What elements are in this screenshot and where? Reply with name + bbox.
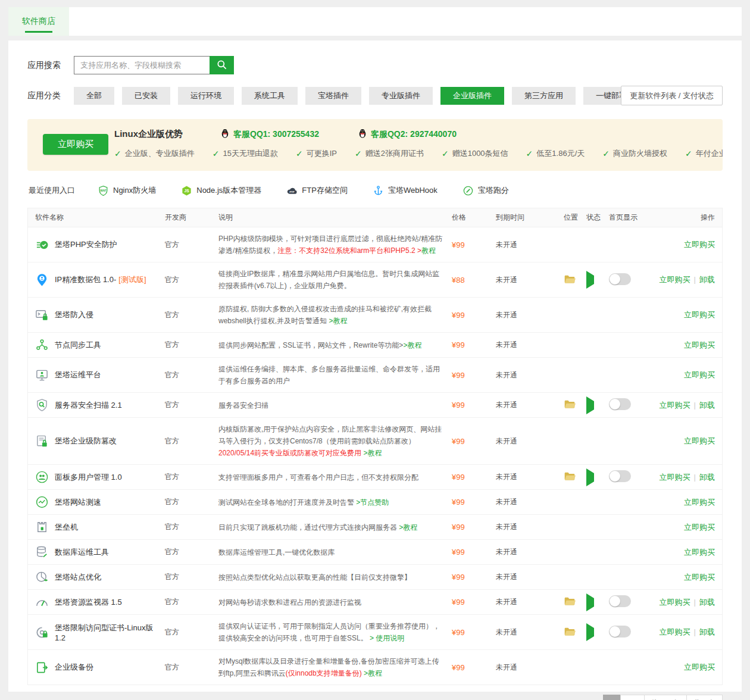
description-cell: PHP内核级防御模块，可针对项目进行底层过滤，彻底杜绝跨站/精准防渗透/精准防提… xyxy=(218,233,452,257)
play-icon[interactable] xyxy=(586,623,594,641)
software-name-cell: 堡塔防入侵 xyxy=(35,308,165,322)
recent-used-item[interactable]: 宝塔跑分 xyxy=(462,185,509,196)
software-name: 数据库运维工具 xyxy=(55,547,109,558)
folder-icon[interactable] xyxy=(564,273,576,285)
homepage-display-cell xyxy=(609,398,655,412)
buy-link[interactable]: 立即购买 xyxy=(684,573,715,582)
developer-cell: 官方 xyxy=(165,662,218,673)
folder-icon[interactable] xyxy=(564,595,576,607)
category-button[interactable]: 系统工具 xyxy=(242,87,298,105)
action-separator: | xyxy=(694,627,696,636)
folder-icon[interactable] xyxy=(564,470,576,482)
buy-link[interactable]: 立即购买 xyxy=(660,627,690,636)
price-cell: ¥99 xyxy=(452,473,496,482)
category-button[interactable]: 专业版插件 xyxy=(369,87,433,105)
price-cell: ¥99 xyxy=(452,573,496,582)
site-optimize-icon xyxy=(35,570,49,584)
expire-time-cell: 未开通 xyxy=(496,497,564,507)
recent-used-item[interactable]: FTPFTP存储空间 xyxy=(286,185,348,196)
category-button[interactable]: 已安装 xyxy=(122,87,170,105)
play-icon[interactable] xyxy=(586,396,594,414)
tutorial-link[interactable]: >教程 xyxy=(329,317,347,325)
developer-cell: 官方 xyxy=(165,522,218,532)
buy-link[interactable]: 立即购买 xyxy=(660,473,690,482)
description-text: 服务器安全扫描 xyxy=(218,401,268,410)
tutorial-link[interactable]: >教程 xyxy=(399,523,417,532)
buy-link[interactable]: 立即购买 xyxy=(684,523,715,532)
price-cell: ¥99 xyxy=(452,401,496,410)
buy-link[interactable]: 立即购买 xyxy=(684,662,715,671)
recent-used-item[interactable]: JSNode.js版本管理器 xyxy=(181,185,261,196)
recent-used-item[interactable]: WAFNginx防火墙 xyxy=(98,185,156,196)
tab-active-underline xyxy=(25,31,52,33)
qq2-contact-link[interactable]: 客服QQ2: 2927440070 xyxy=(357,128,457,140)
homepage-display-toggle[interactable] xyxy=(609,273,631,285)
buy-link[interactable]: 立即购买 xyxy=(684,548,715,557)
action-cell: 立即购买|卸载 xyxy=(655,400,715,411)
category-button[interactable]: 宝塔插件 xyxy=(305,87,361,105)
search-input[interactable] xyxy=(74,56,210,74)
terminal-lock-icon xyxy=(35,308,49,322)
category-label: 应用分类 xyxy=(27,90,74,101)
buy-link[interactable]: 立即购买 xyxy=(684,340,715,349)
search-button[interactable] xyxy=(210,56,234,74)
buy-link[interactable]: 立即购买 xyxy=(684,310,715,319)
homepage-display-cell xyxy=(609,470,655,484)
software-table: 软件名称开发商说明价格到期时间位置状态首页显示操作 堡塔PHP安全防护官方PHP… xyxy=(27,208,723,685)
buy-link[interactable]: 立即购买 xyxy=(684,498,715,507)
update-software-list-button[interactable]: 更新软件列表 / 支付状态 xyxy=(621,86,723,105)
buy-link[interactable]: 立即购买 xyxy=(660,598,690,607)
action-cell: 立即购买|卸载 xyxy=(655,274,715,285)
uninstall-link[interactable]: 卸载 xyxy=(699,401,715,410)
folder-icon[interactable] xyxy=(564,626,576,638)
price-cell: ¥99 xyxy=(452,523,496,532)
category-button[interactable]: 全部 xyxy=(74,87,114,105)
uninstall-link[interactable]: 卸载 xyxy=(699,473,715,482)
table-row: 堡塔企业级防篡改官方内核版防篡改,用于保护站点内容安全，防止黑客非法修改网页、网… xyxy=(28,417,722,464)
buy-link[interactable]: 立即购买 xyxy=(660,401,690,410)
software-name: 堡塔站点优化 xyxy=(55,572,101,583)
buy-now-button[interactable]: 立即购买 xyxy=(43,134,108,155)
category-button[interactable]: 运行环境 xyxy=(178,87,234,105)
uninstall-link[interactable]: 卸载 xyxy=(699,627,715,636)
homepage-display-toggle[interactable] xyxy=(609,626,631,638)
buy-link[interactable]: 立即购买 xyxy=(684,240,715,249)
page-number-button[interactable]: 1 xyxy=(603,695,621,700)
homepage-display-toggle[interactable] xyxy=(609,595,631,607)
qq1-contact-link[interactable]: 客服QQ1: 3007255432 xyxy=(220,128,319,140)
tutorial-link[interactable]: > 使用说明 xyxy=(370,634,404,642)
category-button[interactable]: 企业版插件 xyxy=(440,87,504,105)
buy-link[interactable]: 立即购买 xyxy=(660,275,690,284)
tutorial-link[interactable]: >节点赞助 xyxy=(356,498,389,507)
tutorial-link[interactable]: >教程 xyxy=(403,341,421,349)
recent-used-item-label: 宝塔跑分 xyxy=(478,185,509,196)
action-cell: 立即购买 xyxy=(655,522,715,533)
description-cell: 数据库运维管理工具,一键优化数据库 xyxy=(218,546,452,558)
play-icon[interactable] xyxy=(586,593,594,611)
uninstall-link[interactable]: 卸载 xyxy=(699,275,715,284)
tutorial-link[interactable]: >教程 xyxy=(362,669,382,677)
folder-icon[interactable] xyxy=(564,398,576,410)
table-row: 堡塔防入侵官方原防提权, 防御大多数的入侵提权攻击造成的挂马和被挖矿,有效拦截w… xyxy=(28,297,722,332)
play-icon[interactable] xyxy=(586,468,594,486)
software-name-cell: 数据库运维工具 xyxy=(35,545,165,559)
category-button[interactable]: 第三方应用 xyxy=(512,87,576,105)
location-cell xyxy=(564,595,586,609)
tutorial-link[interactable]: 教程 xyxy=(421,246,436,255)
homepage-display-toggle[interactable] xyxy=(609,398,631,410)
check-icon: ✓ xyxy=(114,149,121,158)
buy-link[interactable]: 立即购买 xyxy=(684,370,715,379)
homepage-display-toggle[interactable] xyxy=(609,470,631,482)
recent-used-label: 最近使用入口 xyxy=(29,185,75,196)
banner-feature-item: ✓低至1.86元/天 xyxy=(526,148,585,159)
play-icon[interactable] xyxy=(586,271,594,289)
tutorial-link[interactable]: >教程 xyxy=(361,449,382,457)
uninstall-link[interactable]: 卸载 xyxy=(699,598,715,607)
banner-feature-item: ✓商业防火墙授权 xyxy=(602,148,667,159)
recent-used-item[interactable]: 宝塔WebHook xyxy=(373,185,438,196)
svg-text:FTP: FTP xyxy=(290,190,295,193)
qq2-label: 客服QQ2: 2927440070 xyxy=(371,129,457,140)
php-security-icon xyxy=(35,238,49,252)
tab-software-store[interactable]: 软件商店 xyxy=(8,7,69,36)
buy-link[interactable]: 立即购买 xyxy=(684,436,715,445)
